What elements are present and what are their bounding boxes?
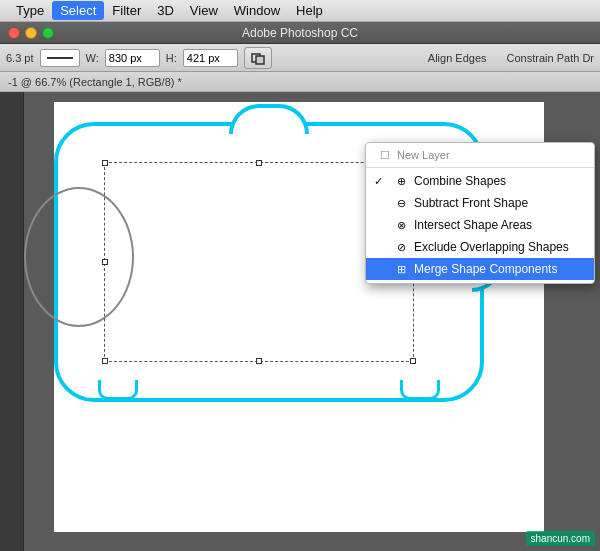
align-edges-label: Align Edges xyxy=(428,52,487,64)
handle-tl xyxy=(102,160,108,166)
menu-select[interactable]: Select xyxy=(52,1,104,20)
svg-rect-2 xyxy=(256,56,264,64)
canvas-area: ☐ New Layer ✓ Combine Shapes Subtract Fr… xyxy=(0,92,600,551)
close-button[interactable] xyxy=(8,27,20,39)
menu-filter[interactable]: Filter xyxy=(104,1,149,20)
canvas-document[interactable]: ☐ New Layer ✓ Combine Shapes Subtract Fr… xyxy=(24,92,600,551)
handle-bl xyxy=(102,358,108,364)
menu-3d[interactable]: 3D xyxy=(149,1,182,20)
status-bar: -1 @ 66.7% (Rectangle 1, RGB/8) * xyxy=(0,72,600,92)
height-input[interactable] xyxy=(183,49,238,67)
window-controls xyxy=(8,27,54,39)
width-label: W: xyxy=(86,52,99,64)
menu-type[interactable]: Type xyxy=(8,1,52,20)
options-bar: 6.3 pt W: H: Align Edges Constrain Path … xyxy=(0,44,600,72)
subtract-icon xyxy=(394,196,408,210)
intersect-areas-item[interactable]: Intersect Shape Areas xyxy=(366,214,594,236)
maximize-button[interactable] xyxy=(42,27,54,39)
menu-bar: Type Select Filter 3D View Window Help xyxy=(0,0,600,22)
notch-left xyxy=(98,380,138,400)
path-operations-menu: ☐ New Layer ✓ Combine Shapes Subtract Fr… xyxy=(365,142,595,284)
constrain-label: Constrain Path Dr xyxy=(507,52,594,64)
exclude-overlapping-item[interactable]: Exclude Overlapping Shapes xyxy=(366,236,594,258)
stroke-preview-icon xyxy=(45,53,75,63)
combine-shapes-item[interactable]: ✓ Combine Shapes xyxy=(366,170,594,192)
menu-view[interactable]: View xyxy=(182,1,226,20)
menu-window[interactable]: Window xyxy=(226,1,288,20)
new-layer-label: ☐ New Layer xyxy=(366,146,594,165)
height-label: H: xyxy=(166,52,177,64)
intersect-icon xyxy=(394,218,408,232)
watermark: shancun.com xyxy=(526,531,595,546)
handle-bm xyxy=(256,358,262,364)
subtract-front-item[interactable]: Subtract Front Shape xyxy=(366,192,594,214)
menu-help[interactable]: Help xyxy=(288,1,331,20)
width-input[interactable] xyxy=(105,49,160,67)
combine-checkmark: ✓ xyxy=(374,175,383,188)
merge-components-item[interactable]: Merge Shape Components xyxy=(366,258,594,280)
handle-br xyxy=(410,358,416,364)
font-size-label: 6.3 pt xyxy=(6,52,34,64)
left-toolbar xyxy=(0,92,24,551)
combine-icon xyxy=(394,174,408,188)
app-title: Adobe Photoshop CC xyxy=(242,26,358,40)
status-text: -1 @ 66.7% (Rectangle 1, RGB/8) * xyxy=(8,76,182,88)
menu-divider xyxy=(366,167,594,168)
exclude-icon xyxy=(394,240,408,254)
shape-mode-btn[interactable] xyxy=(244,47,272,69)
merge-icon xyxy=(394,262,408,276)
title-bar: Adobe Photoshop CC xyxy=(0,22,600,44)
notch-right xyxy=(400,380,440,400)
handle-ml xyxy=(102,259,108,265)
handle-tm xyxy=(256,160,262,166)
minimize-button[interactable] xyxy=(25,27,37,39)
